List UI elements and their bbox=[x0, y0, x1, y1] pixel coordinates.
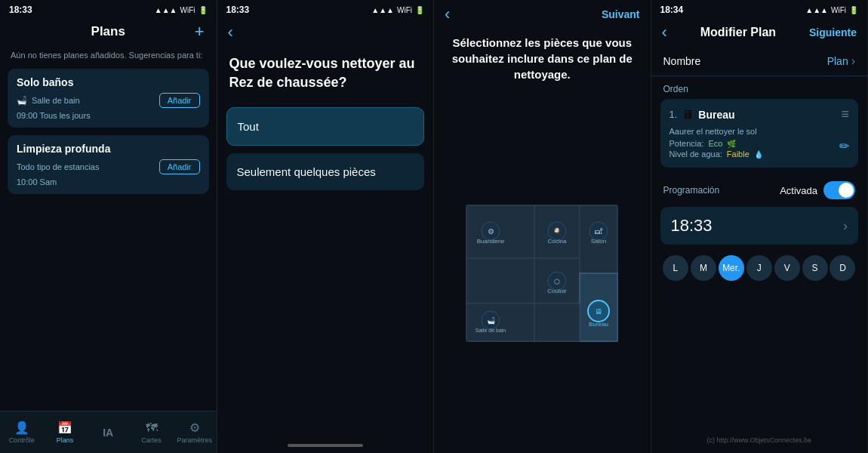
status-icons-2: ▲▲▲ WiFi 🔋 bbox=[371, 6, 424, 14]
programacion-label: Programación bbox=[663, 185, 720, 196]
panel3-header: ‹ Suivant bbox=[434, 0, 651, 29]
svg-text:Buanderie: Buanderie bbox=[477, 238, 505, 245]
option-tout[interactable]: Tout bbox=[226, 107, 425, 146]
wifi-icon-2: WiFi bbox=[397, 6, 412, 14]
room-select-title: Sélectionnez les pièces que vous souhait… bbox=[434, 29, 651, 93]
time-selector[interactable]: 18:33 › bbox=[660, 207, 859, 245]
svg-text:Cocina: Cocina bbox=[548, 238, 567, 245]
nombre-value: Plan bbox=[827, 55, 848, 67]
card-solo-time: 09:00 Tous les jours bbox=[17, 111, 200, 120]
orden-label: Orden bbox=[651, 76, 868, 99]
agua-row: Nivel de agua: Faible 💧 bbox=[669, 149, 763, 159]
day-l[interactable]: L bbox=[663, 255, 688, 281]
cartes-label: Cartes bbox=[141, 436, 162, 444]
card-solo-row: 🛁 Salle de bain Añadir bbox=[17, 93, 200, 108]
time-value: 18:33 bbox=[671, 216, 713, 236]
floor-map: ⚙ Buanderie 🍳 Cocina 🛋 Salon ⬡ Couloir 🛁… bbox=[459, 198, 625, 349]
potencia-value: Eco bbox=[708, 139, 722, 148]
back-button-4[interactable]: ‹ bbox=[662, 23, 667, 42]
option-quelques[interactable]: Seulement quelques pièces bbox=[226, 153, 425, 190]
svg-text:Bureau: Bureau bbox=[589, 321, 608, 328]
controle-icon: 👤 bbox=[14, 421, 29, 435]
agua-label: Nivel de agua: bbox=[669, 149, 722, 159]
agua-value: Faible bbox=[727, 149, 749, 159]
suivant-button[interactable]: Suivant bbox=[602, 8, 640, 20]
svg-text:Couloir: Couloir bbox=[548, 288, 568, 294]
status-time-4: 18:34 bbox=[660, 5, 684, 15]
day-v[interactable]: V bbox=[774, 255, 800, 281]
drag-handle-icon: ≡ bbox=[841, 106, 849, 122]
nav-controle[interactable]: 👤 Contrôle bbox=[0, 421, 43, 444]
svg-text:Salon: Salon bbox=[591, 238, 606, 245]
panel-3-room-select: ‹ Suivant Sélectionnez les pièces que vo… bbox=[434, 0, 651, 453]
svg-rect-1 bbox=[466, 205, 534, 258]
signal-icon: ▲▲▲ bbox=[155, 6, 177, 14]
svg-text:🍳: 🍳 bbox=[553, 226, 562, 236]
signal-icon-4: ▲▲▲ bbox=[805, 6, 828, 14]
day-m[interactable]: M bbox=[691, 255, 716, 281]
svg-text:⬡: ⬡ bbox=[554, 278, 560, 285]
day-selector: L M Mer. J V S D bbox=[651, 249, 868, 287]
modifier-plan-title: Modifier Plan bbox=[700, 26, 776, 39]
map-svg: ⚙ Buanderie 🍳 Cocina 🛋 Salon ⬡ Couloir 🛁… bbox=[459, 198, 625, 364]
battery-icon-2: 🔋 bbox=[415, 6, 424, 14]
activada-label: Activada bbox=[780, 185, 817, 196]
day-j[interactable]: J bbox=[746, 255, 772, 281]
svg-text:Salle de bain: Salle de bain bbox=[476, 328, 506, 333]
clean-question: Que voulez-vous nettoyer au Rez de chaus… bbox=[217, 47, 434, 107]
water-icon: 💧 bbox=[754, 150, 763, 159]
programacion-right: Activada bbox=[780, 181, 855, 199]
add-limpieza-button[interactable]: Añadir bbox=[159, 159, 200, 174]
room-bureau-header: 1. 🖥 Bureau ≡ bbox=[669, 106, 850, 122]
siguiente-button[interactable]: Siguiente bbox=[809, 26, 857, 39]
card-limpieza-room-label: Todo tipo de estancias bbox=[17, 162, 99, 171]
nav-plans[interactable]: 📅 Plans bbox=[43, 421, 86, 444]
panel-2-clean-choice: 18:33 ▲▲▲ WiFi 🔋 ‹ Que voulez-vous netto… bbox=[217, 0, 435, 453]
add-plan-button[interactable]: + bbox=[195, 22, 205, 42]
day-s[interactable]: S bbox=[802, 255, 828, 281]
option-tout-label: Tout bbox=[238, 120, 259, 133]
plans-header: Plans + bbox=[0, 18, 217, 45]
card-solo-room: 🛁 Salle de bain bbox=[17, 96, 80, 106]
battery-icon-4: 🔋 bbox=[849, 6, 858, 14]
potencia-row: Potencia: Eco 🌿 bbox=[669, 139, 763, 148]
status-icons-4: ▲▲▲ WiFi 🔋 bbox=[805, 6, 858, 14]
nav-parametres[interactable]: ⚙ Paramètres bbox=[173, 421, 216, 444]
day-mer[interactable]: Mer. bbox=[719, 255, 744, 281]
programacion-row: Programación Activada bbox=[651, 174, 868, 202]
card-solo-room-label: Salle de bain bbox=[32, 96, 80, 105]
suggestion-text: Aún no tienes planes añadidos. Sugerenci… bbox=[0, 45, 217, 69]
status-time-1: 18:33 bbox=[9, 5, 32, 15]
plans-icon: 📅 bbox=[57, 421, 72, 435]
nombre-row[interactable]: Nombre Plan › bbox=[651, 47, 868, 76]
card-limpieza-time: 10:00 Sam bbox=[17, 177, 200, 186]
card-solo-banos: Solo baños 🛁 Salle de bain Añadir 09:00 … bbox=[8, 69, 209, 128]
controle-label: Contrôle bbox=[9, 436, 35, 444]
back-button-3[interactable]: ‹ bbox=[445, 5, 450, 24]
room-hint: Aaurer el nettoyer le sol bbox=[669, 127, 850, 136]
bathtub-icon: 🛁 bbox=[17, 96, 27, 106]
plans-nav-label: Plans bbox=[57, 436, 74, 444]
programacion-toggle[interactable] bbox=[823, 181, 855, 199]
status-bar-1: 18:33 ▲▲▲ WiFi 🔋 bbox=[0, 0, 217, 18]
edit-room-button[interactable]: ✏ bbox=[839, 139, 849, 153]
ia-icon: IA bbox=[103, 427, 113, 439]
map-container: ⚙ Buanderie 🍳 Cocina 🛋 Salon ⬡ Couloir 🛁… bbox=[434, 93, 651, 453]
add-solo-button[interactable]: Añadir bbox=[159, 93, 200, 108]
plans-title: Plans bbox=[91, 24, 125, 39]
svg-text:🖥: 🖥 bbox=[595, 307, 602, 316]
card-solo-title: Solo baños bbox=[17, 76, 200, 88]
wifi-icon: WiFi bbox=[180, 6, 195, 14]
back-button-2[interactable]: ‹ bbox=[217, 18, 434, 47]
wifi-icon-4: WiFi bbox=[831, 6, 846, 14]
nav-ia[interactable]: IA bbox=[87, 427, 130, 439]
card-limpieza-room: Todo tipo de estancias bbox=[17, 162, 99, 171]
svg-rect-4 bbox=[466, 258, 534, 304]
nav-cartes[interactable]: 🗺 Cartes bbox=[130, 421, 173, 444]
cartes-icon: 🗺 bbox=[146, 421, 158, 435]
parametres-label: Paramètres bbox=[177, 436, 213, 444]
nombre-label: Nombre bbox=[663, 55, 701, 67]
room-bureau-name: Bureau bbox=[698, 109, 734, 121]
day-d[interactable]: D bbox=[830, 255, 855, 281]
room-bureau-left: 1. 🖥 Bureau bbox=[669, 108, 735, 122]
